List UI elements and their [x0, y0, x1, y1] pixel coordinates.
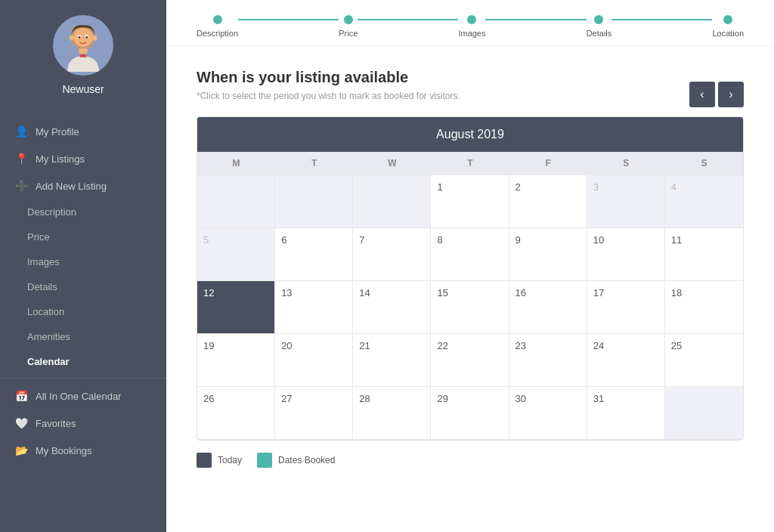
favorites-icon: 🤍 [15, 417, 28, 429]
sidebar-item-add-new-listing[interactable]: ➕ Add New Listing [0, 172, 166, 200]
cal-cell-5[interactable]: 5 [197, 228, 275, 281]
sidebar-sub-details[interactable]: Details [0, 274, 166, 299]
cal-cell-8[interactable]: 8 [431, 228, 509, 281]
svg-rect-8 [79, 48, 87, 54]
step-dot-location [723, 15, 732, 24]
cal-cell-17[interactable]: 17 [587, 281, 665, 334]
sidebar-sub-calendar[interactable]: Calendar [0, 349, 166, 374]
cal-cell-11[interactable]: 11 [665, 228, 743, 281]
cal-cell-10[interactable]: 10 [587, 228, 665, 281]
cal-cell-30[interactable]: 30 [509, 387, 587, 440]
day-header-wed: W [353, 152, 431, 175]
calendar-legend: Today Dates Booked [197, 453, 744, 468]
day-header-mon: M [197, 152, 275, 175]
cal-cell-21[interactable]: 21 [353, 334, 431, 387]
step-label-description: Description [197, 29, 238, 38]
calendar: August 2019 M T W T F S S 1 2 [197, 116, 744, 441]
calendar-month-label: August 2019 [197, 117, 743, 152]
step-line-1 [238, 19, 339, 20]
cal-cell-empty-1 [197, 175, 275, 228]
cal-cell-29[interactable]: 29 [431, 387, 509, 440]
cal-cell-9[interactable]: 9 [509, 228, 587, 281]
legend-today-box [197, 453, 212, 468]
step-dot-price [344, 15, 353, 24]
legend-today: Today [197, 453, 242, 468]
svg-point-1 [73, 28, 92, 47]
page-title: When is your listing available [197, 69, 744, 86]
svg-point-6 [70, 36, 74, 41]
cal-cell-empty-end [665, 387, 743, 440]
cal-cell-empty-3 [353, 175, 431, 228]
profile-icon: 👤 [15, 125, 28, 138]
cal-cell-3[interactable]: 3 [587, 175, 665, 228]
calendar-navigation: ‹ › [689, 82, 744, 107]
cal-cell-4[interactable]: 4 [665, 175, 743, 228]
add-icon: ➕ [15, 180, 28, 192]
nav-separator-1 [0, 378, 166, 379]
svg-point-7 [93, 36, 98, 41]
avatar [53, 15, 113, 76]
username-label: Newuser [62, 83, 104, 95]
progress-bar-container: Description Price Images Details Locatio… [166, 0, 774, 46]
cal-cell-12[interactable]: 12 [197, 281, 275, 334]
cal-cell-23[interactable]: 23 [509, 334, 587, 387]
step-label-images: Images [458, 29, 485, 38]
step-label-details: Details [587, 29, 612, 38]
cal-cell-31[interactable]: 31 [587, 387, 665, 440]
sidebar-sub-description[interactable]: Description [0, 200, 166, 224]
cal-cell-26[interactable]: 26 [197, 387, 275, 440]
day-header-tue: T [275, 152, 353, 175]
cal-cell-18[interactable]: 18 [665, 281, 743, 334]
sidebar-item-my-listings[interactable]: 📍 My Listings [0, 145, 166, 172]
calendar-icon: 📅 [15, 390, 28, 402]
cal-cell-20[interactable]: 20 [275, 334, 353, 387]
legend-booked-box [257, 453, 272, 468]
sidebar-item-my-bookings[interactable]: 📂 My Bookings [0, 437, 166, 464]
svg-point-5 [86, 36, 88, 39]
cal-cell-6[interactable]: 6 [275, 228, 353, 281]
day-header-thu: T [431, 152, 509, 175]
cal-cell-16[interactable]: 16 [509, 281, 587, 334]
calendar-next-button[interactable]: › [718, 82, 744, 107]
sidebar-item-favorites[interactable]: 🤍 Favorites [0, 410, 166, 437]
sidebar-item-my-profile[interactable]: 👤 My Profile [0, 118, 166, 145]
cal-cell-13[interactable]: 13 [275, 281, 353, 334]
step-line-4 [611, 19, 712, 20]
cal-cell-empty-2 [275, 175, 353, 228]
step-dot-images [467, 15, 476, 24]
cal-cell-15[interactable]: 15 [431, 281, 509, 334]
step-location: Location [712, 15, 744, 38]
listings-icon: 📍 [15, 153, 28, 165]
sidebar-label-all-in-one-calendar: All In One Calendar [36, 391, 121, 402]
calendar-prev-button[interactable]: ‹ [689, 82, 715, 107]
legend-booked: Dates Booked [257, 453, 335, 468]
step-label-location: Location [712, 29, 744, 38]
cal-cell-1[interactable]: 1 [431, 175, 509, 228]
cal-cell-22[interactable]: 22 [431, 334, 509, 387]
sidebar-sub-images[interactable]: Images [0, 249, 166, 274]
page-subtitle: *Click to select the period you wish to … [197, 91, 744, 101]
cal-cell-28[interactable]: 28 [353, 387, 431, 440]
step-price: Price [339, 15, 358, 38]
cal-cell-7[interactable]: 7 [353, 228, 431, 281]
calendar-grid: 1 2 3 4 5 6 7 8 9 10 11 12 13 14 15 [197, 175, 743, 440]
sidebar-item-all-in-one-calendar[interactable]: 📅 All In One Calendar [0, 382, 166, 410]
sidebar-sub-price[interactable]: Price [0, 224, 166, 249]
cal-cell-2[interactable]: 2 [509, 175, 587, 228]
legend-booked-label: Dates Booked [278, 455, 335, 466]
cal-cell-24[interactable]: 24 [587, 334, 665, 387]
sidebar: Newuser 👤 My Profile 📍 My Listings ➕ Add… [0, 0, 166, 532]
cal-cell-27[interactable]: 27 [275, 387, 353, 440]
step-line-2 [358, 19, 458, 20]
sidebar-sub-location[interactable]: Location [0, 299, 166, 324]
day-header-fri: F [509, 152, 587, 175]
cal-cell-25[interactable]: 25 [665, 334, 743, 387]
cal-cell-14[interactable]: 14 [353, 281, 431, 334]
step-dot-description [213, 15, 222, 24]
step-details: Details [587, 15, 612, 38]
bookings-icon: 📂 [15, 444, 28, 456]
calendar-wrapper: ‹ › August 2019 M T W T F S S [197, 116, 744, 468]
sidebar-sub-amenities[interactable]: Amenities [0, 324, 166, 349]
main-content: Description Price Images Details Locatio… [166, 0, 774, 532]
cal-cell-19[interactable]: 19 [197, 334, 275, 387]
